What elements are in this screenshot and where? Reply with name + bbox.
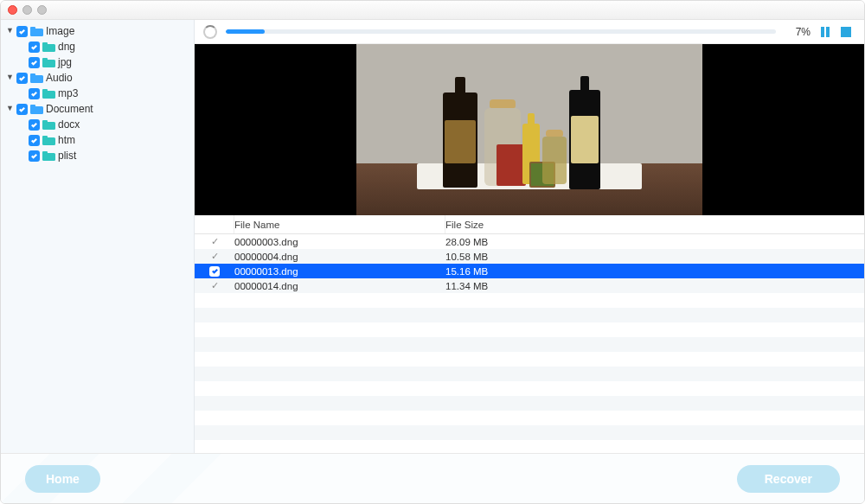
progress-fill	[226, 29, 265, 34]
folder-icon	[42, 41, 55, 52]
cell-filesize: 10.58 MB	[445, 252, 864, 262]
tree-item[interactable]: docx	[1, 117, 194, 132]
tree-item-label: dng	[58, 41, 75, 53]
sidebar-tree[interactable]: ▼Imagedngjpg▼Audiomp3▼Documentdocxhtmpli…	[1, 20, 195, 453]
progress-track	[226, 29, 776, 34]
folder-icon	[30, 26, 43, 36]
checkbox[interactable]	[16, 73, 28, 84]
svg-rect-1	[826, 27, 830, 37]
preview-image	[356, 44, 702, 215]
cell-filename: 00000013.dng	[234, 266, 445, 277]
tree-item[interactable]: htm	[1, 132, 194, 148]
row-checkbox[interactable]: ✓	[211, 236, 219, 247]
folder-icon	[42, 135, 55, 145]
tree-item-label: plist	[58, 150, 76, 162]
tree-group-label: Document	[46, 103, 93, 115]
tree-item[interactable]: plist	[1, 148, 194, 163]
tree-item[interactable]: jpg	[1, 54, 194, 70]
checkbox[interactable]	[16, 26, 28, 37]
folder-icon	[42, 150, 55, 161]
recover-button[interactable]: Recover	[737, 465, 840, 493]
checkbox[interactable]	[29, 57, 40, 68]
file-list-rows[interactable]: ✓00000003.dng28.09 MB✓00000004.dng10.58 …	[195, 234, 864, 453]
tree-item-label: docx	[58, 118, 80, 131]
disclosure-triangle-icon[interactable]: ▼	[6, 26, 14, 35]
file-list-header: File Name File Size	[195, 215, 864, 234]
row-checkbox[interactable]: ✓	[211, 251, 219, 262]
tree-item-label: jpg	[58, 56, 72, 68]
stop-button[interactable]	[840, 26, 852, 38]
checkbox[interactable]	[29, 41, 40, 53]
disclosure-triangle-icon[interactable]: ▼	[6, 104, 14, 112]
table-row[interactable]: ✓00000004.dng10.58 MB	[195, 249, 864, 264]
tree-group-label: Audio	[46, 72, 73, 84]
tree-group[interactable]: ▼Audio	[1, 70, 194, 86]
progress-percent-label: 7%	[785, 26, 811, 38]
main-panel: 7%	[195, 20, 864, 453]
tree-group[interactable]: ▼Document	[1, 101, 194, 117]
svg-rect-0	[821, 27, 824, 37]
cell-filename: 00000003.dng	[234, 237, 445, 247]
folder-icon	[30, 73, 43, 83]
cell-filesize: 15.16 MB	[445, 266, 864, 277]
preview-pane	[195, 44, 864, 215]
window-minimize-button[interactable]	[22, 5, 32, 15]
pause-button[interactable]	[819, 26, 831, 38]
svg-rect-2	[841, 27, 851, 37]
folder-icon	[42, 88, 55, 99]
disclosure-triangle-icon[interactable]: ▼	[6, 73, 14, 81]
home-button[interactable]: Home	[25, 465, 100, 493]
tree-item[interactable]: dng	[1, 39, 194, 54]
cell-filename: 00000014.dng	[234, 281, 445, 291]
folder-icon	[42, 119, 55, 130]
column-checkbox[interactable]	[195, 215, 234, 233]
tree-item-label: mp3	[58, 87, 78, 99]
tree-group-label: Image	[46, 25, 74, 37]
cell-filesize: 11.34 MB	[445, 281, 864, 291]
tree-group[interactable]: ▼Image	[1, 23, 194, 39]
table-row[interactable]: ✓00000003.dng28.09 MB	[195, 234, 864, 249]
file-list: File Name File Size ✓00000003.dng28.09 M…	[195, 215, 864, 453]
column-filename[interactable]: File Name	[234, 215, 445, 233]
cell-filesize: 28.09 MB	[445, 237, 864, 247]
row-checkbox[interactable]: ✓	[211, 280, 219, 291]
row-checkbox[interactable]	[209, 266, 220, 277]
app-window: ▼Imagedngjpg▼Audiomp3▼Documentdocxhtmpli…	[0, 0, 865, 504]
checkbox[interactable]	[29, 88, 40, 99]
folder-icon	[42, 57, 55, 67]
tree-item[interactable]: mp3	[1, 86, 194, 101]
table-row[interactable]: ✓00000014.dng11.34 MB	[195, 278, 864, 293]
checkbox[interactable]	[29, 135, 40, 146]
spinner-icon	[203, 25, 217, 39]
cell-filename: 00000004.dng	[234, 252, 445, 262]
folder-icon	[30, 104, 43, 114]
tree-item-label: htm	[58, 134, 75, 146]
checkbox[interactable]	[29, 119, 40, 131]
window-close-button[interactable]	[8, 5, 17, 15]
column-filesize[interactable]: File Size	[445, 215, 864, 233]
window-zoom-button[interactable]	[37, 5, 47, 15]
table-row[interactable]: 00000013.dng15.16 MB	[195, 264, 864, 278]
checkbox[interactable]	[29, 150, 40, 162]
checkbox[interactable]	[16, 104, 28, 115]
footer-bar: Home Recover	[1, 453, 864, 503]
titlebar	[1, 1, 864, 20]
scan-progress-bar: 7%	[195, 20, 864, 44]
